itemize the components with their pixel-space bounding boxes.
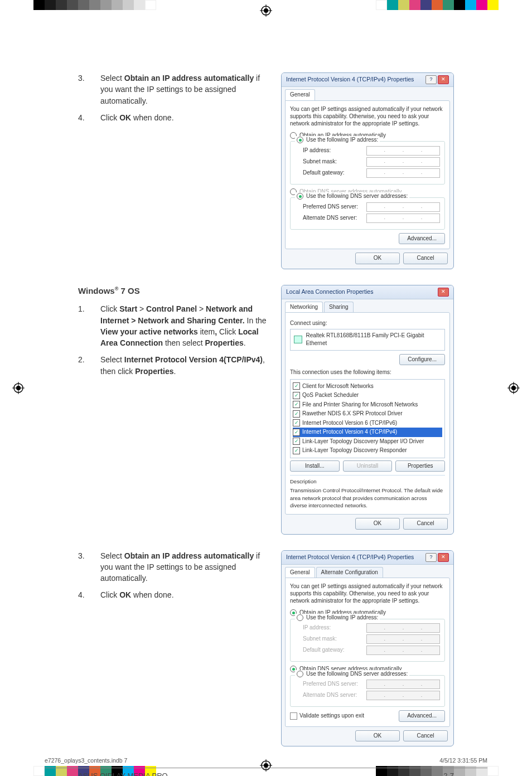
ip-address-field: IP address:... [303, 146, 440, 156]
list-item[interactable]: Link-Layer Topology Discovery Mapper I/O… [293, 437, 442, 447]
ip-input: ... [366, 646, 440, 655]
registration-mark-icon [507, 382, 520, 394]
alternate-dns-field: Alternate DNS server:... [303, 214, 440, 223]
page: 3. Select Obtain an IP address automatic… [45, 33, 487, 743]
step-body: Select Internet Protocol Version 4(TCP/I… [100, 354, 271, 377]
dialog-title: Internet Protocol Version 4 (TCP/IPv4) P… [286, 553, 414, 561]
list-item[interactable]: Rawether NDIS 6.X SPR Protocol Driver [293, 409, 442, 419]
ip-input: ... [366, 634, 440, 644]
dialog-title: Internet Protocol Version 4 (TCP/IPv4) P… [286, 75, 414, 84]
adapter-box: Realtek RTL8168B/8111B Family PCI-E Giga… [290, 329, 445, 351]
ip-input[interactable]: ... [366, 168, 440, 178]
screenshot-dialog: Internet Protocol Version 4 (TCP/IPv4) P… [281, 550, 454, 747]
install-button[interactable]: Install... [290, 460, 340, 472]
preferred-dns-field: Preferred DNS server:... [303, 202, 440, 212]
step-number: 3. [78, 72, 100, 106]
connect-using-label: Connect using: [290, 319, 445, 328]
ipv4-properties-dialog: Internet Protocol Version 4 (TCP/IPv4) P… [281, 72, 454, 269]
cancel-button[interactable]: Cancel [403, 518, 448, 530]
ok-button[interactable]: OK [355, 518, 400, 530]
advanced-button[interactable]: Advanced... [399, 710, 445, 722]
ip-input[interactable]: ... [366, 146, 440, 156]
ok-button[interactable]: OK [355, 253, 400, 264]
list-item[interactable]: Client for Microsoft Networks [293, 382, 442, 391]
section-block: 3. Select Obtain an IP address automatic… [78, 550, 454, 747]
ip-input[interactable]: ... [366, 157, 440, 167]
uninstall-button[interactable]: Uninstall [343, 460, 393, 472]
help-button-icon[interactable]: ? [425, 553, 437, 562]
list-item[interactable]: File and Printer Sharing for Microsoft N… [293, 400, 442, 410]
footer-product: ASUS O!PLAY MEDIA PRO [78, 772, 168, 776]
close-icon[interactable]: ✕ [438, 553, 449, 562]
radio-use-following-ip[interactable]: Use the following IP address: [295, 614, 380, 622]
screenshot-dialog: Internet Protocol Version 4 (TCP/IPv4) P… [281, 72, 454, 269]
registration-mark-icon [260, 4, 272, 17]
calibration-gray-top [33, 0, 156, 10]
list-item[interactable]: Link-Layer Topology Discovery Responder [293, 446, 442, 455]
step-number: 1. [78, 303, 100, 348]
calibration-color-top [376, 0, 499, 10]
slug-timestamp: 4/5/12 3:31:55 PM [439, 757, 487, 764]
step-number: 4. [78, 112, 100, 123]
ip-input: ... [366, 623, 440, 633]
radio-use-following-dns[interactable]: Use the following DNS server addresses: [295, 670, 409, 678]
connection-items-list: Client for Microsoft Networks QoS Packet… [290, 379, 445, 458]
ipv4-properties-dialog-win7: Internet Protocol Version 4 (TCP/IPv4) P… [281, 550, 454, 747]
step-number: 4. [78, 589, 100, 600]
dialog-titlebar: Internet Protocol Version 4 (TCP/IPv4) P… [282, 73, 453, 87]
list-item[interactable]: QoS Packet Scheduler [293, 391, 442, 400]
tab-alternate-config[interactable]: Alternate Configuration [316, 567, 383, 578]
instruction-text: 3. Select Obtain an IP address automatic… [78, 72, 271, 129]
list-item-selected[interactable]: Internet Protocol Version 4 (TCP/IPv4) [293, 428, 442, 437]
page-footer: ASUS O!PLAY MEDIA PRO 2-7 [45, 768, 487, 776]
ip-input[interactable]: ... [366, 202, 440, 212]
dialog-note: You can get IP settings assigned automat… [290, 583, 445, 604]
dialog-titlebar: Internet Protocol Version 4 (TCP/IPv4) P… [282, 551, 453, 565]
ip-input: ... [366, 691, 440, 700]
close-icon[interactable]: ✕ [438, 288, 449, 297]
ok-button[interactable]: OK [355, 730, 400, 742]
radio-use-following-dns[interactable]: Use the following DNS server addresses: [295, 192, 409, 201]
footer-page-number: 2-7 [443, 772, 454, 776]
tab-general[interactable]: General [285, 567, 315, 578]
lan-properties-dialog: Local Area Connection Properties ✕ Netwo… [281, 285, 454, 535]
step-number: 3. [78, 550, 100, 584]
instruction-text: 3. Select Obtain an IP address automatic… [78, 550, 271, 607]
step-body: Select Obtain an IP address automaticall… [100, 72, 271, 106]
close-icon[interactable]: ✕ [438, 75, 449, 84]
tab-general[interactable]: General [285, 89, 315, 100]
cancel-button[interactable]: Cancel [403, 730, 448, 742]
page-content: 3. Select Obtain an IP address automatic… [45, 33, 487, 768]
properties-button[interactable]: Properties [395, 460, 445, 472]
instruction-text: Windows® 7 OS 1. Click Start > Control P… [78, 285, 271, 383]
tab-networking[interactable]: Networking [285, 302, 323, 313]
step-body: Select Obtain an IP address automaticall… [100, 550, 271, 584]
validate-checkbox[interactable]: Validate settings upon exit [290, 712, 364, 720]
dialog-titlebar: Local Area Connection Properties ✕ [282, 285, 453, 299]
list-item[interactable]: Internet Protocol Version 6 (TCP/IPv6) [293, 419, 442, 428]
cancel-button[interactable]: Cancel [403, 253, 448, 264]
slug-line: e7276_oplays3_contents.indb 7 4/5/12 3:3… [45, 757, 487, 764]
alternate-dns-field: Alternate DNS server:... [303, 691, 440, 700]
subnet-mask-field: Subnet mask:... [303, 157, 440, 167]
default-gateway-field: Default gateway:... [303, 168, 440, 178]
os-heading: Windows® 7 OS [78, 285, 271, 297]
help-button-icon[interactable]: ? [425, 75, 437, 84]
radio-use-following-ip[interactable]: Use the following IP address: [295, 136, 380, 144]
step-body: Click Start > Control Panel > Network an… [100, 303, 271, 348]
dialog-title: Local Area Connection Properties [286, 288, 373, 296]
ip-input[interactable]: ... [366, 214, 440, 223]
subnet-mask-field: Subnet mask:... [303, 634, 440, 644]
ip-address-field: IP address:... [303, 623, 440, 633]
default-gateway-field: Default gateway:... [303, 646, 440, 655]
section-block: Windows® 7 OS 1. Click Start > Control P… [78, 285, 454, 535]
tab-sharing[interactable]: Sharing [324, 302, 353, 313]
items-label: This connection uses the following items… [290, 368, 445, 377]
description-block: Description Transmission Control Protoco… [290, 475, 445, 510]
advanced-button[interactable]: Advanced... [399, 233, 445, 245]
preferred-dns-field: Preferred DNS server:... [303, 680, 440, 689]
step-body: Click OK when done. [100, 112, 271, 123]
slug-file: e7276_oplays3_contents.indb 7 [45, 757, 127, 764]
configure-button[interactable]: Configure... [399, 354, 445, 366]
screenshot-dialog: Local Area Connection Properties ✕ Netwo… [281, 285, 454, 535]
